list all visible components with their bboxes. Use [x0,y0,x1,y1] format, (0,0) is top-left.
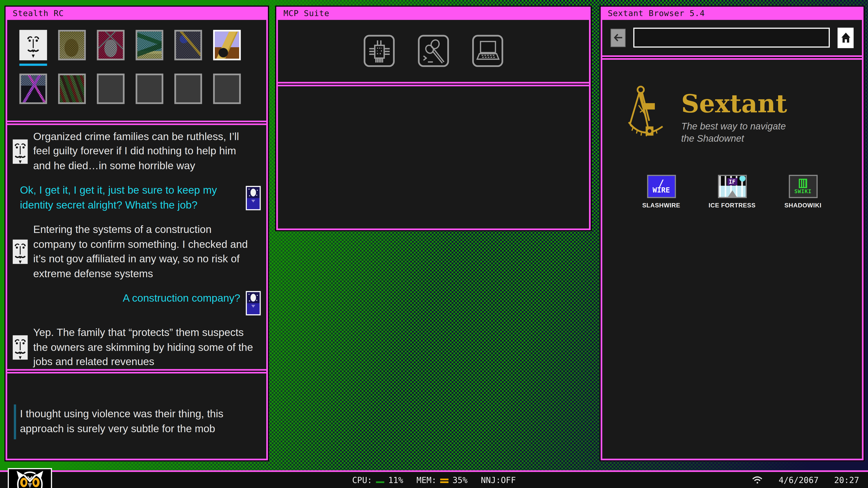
avatar-thumb-palms[interactable] [135,30,163,60]
mcp-titlebar[interactable]: MCP Suite [276,6,591,20]
avatar-thumb-empty[interactable] [174,74,202,104]
message-text: A construction company? [123,291,240,316]
ice-fortress-banner: IF [727,178,737,186]
avatar-thumb-empty[interactable] [213,74,241,104]
bookmarks-row: / WIRE SLASHWIRE IF ICE FORTRESS SWIKI [638,175,826,208]
bookmark-ice-fortress[interactable]: IF ICE FORTRESS [709,175,755,208]
back-button[interactable] [611,29,625,47]
message-text: Entering the systems of a construction c… [33,223,254,282]
mask-avatar-icon [23,32,43,58]
cpu-usage-bar [376,482,384,483]
sextant-logo-block: Sextant The best way to navigate the Sha… [627,84,837,145]
mem-value: 35% [453,475,467,485]
contact-mask-avatar [13,240,28,264]
laptop-tool-button[interactable] [472,35,503,67]
back-arrow-icon [613,31,624,44]
home-button[interactable] [837,27,854,48]
nnj-status: NNJ:OFF [481,475,516,485]
desktop: Stealth RC [0,0,868,488]
clock-date: 4/6/2067 [779,475,819,485]
user-avatar [246,186,260,210]
browser-title: Sextant Browser 5.4 [608,9,705,18]
chat-history: Organized crime families can be ruthless… [7,125,266,369]
selected-avatar-underline [20,64,47,66]
mem-label: MEM: [416,475,436,485]
url-field[interactable] [633,28,830,47]
message-text: Ok, I get it, I get it, just be sure to … [20,184,240,213]
chip-tool-button[interactable] [364,35,395,67]
bookmark-label: SLASHWIRE [642,202,680,208]
stealth-title: Stealth RC [13,9,64,18]
section-divider [602,57,862,58]
avatar-thumb-empty[interactable] [135,74,163,104]
bookmark-shadowiki[interactable]: SWIKI SHADOWIKI [780,175,826,208]
bookmark-label: ICE FORTRESS [709,202,756,208]
section-divider [7,122,266,123]
avatar-thumb-camo[interactable] [58,74,86,104]
avatar-gallery [7,20,266,121]
avatar-thumb-empty[interactable] [97,74,125,104]
user-avatar [246,291,260,316]
avatar-thumb-quill[interactable] [213,30,241,60]
contact-mask-avatar [13,335,28,360]
wifi-icon [751,475,763,485]
browser-tagline: The best way to navigate the Shadownet [681,121,801,145]
ice-fortress-icon: IF [718,175,746,198]
slashwire-wordmark: WIRE [653,187,670,194]
chat-message-incoming: Entering the systems of a construction c… [13,223,260,282]
browser-page: Sextant The best way to navigate the Sha… [602,60,862,459]
window-sextant-browser: Sextant Browser 5.4 [599,5,865,461]
mem-usage-bars [440,478,449,483]
mcp-toolbar [278,20,589,82]
chat-message-incoming: Organized crime families can be ruthless… [13,129,260,173]
message-text: Organized crime families can be ruthless… [33,129,254,173]
taskbar-tray: 4/6/2067 20:27 [751,472,859,488]
green-book-glyph [799,179,807,188]
chat-input-text[interactable]: I thought using violence was their thing… [14,404,257,439]
bookmark-slashwire[interactable]: / WIRE SLASHWIRE [638,175,684,208]
laptop-icon [475,39,500,63]
cpu-value: 11% [388,475,403,485]
shadowiki-icon: SWIKI [789,175,817,198]
clock-time: 20:27 [834,475,859,485]
shadowiki-wordmark: SWIKI [794,189,811,194]
mcp-title: MCP Suite [283,9,329,18]
bookmark-label: SHADOWIKI [784,202,822,208]
gavel-icon [421,38,446,64]
window-mcp-suite: MCP Suite [275,5,592,231]
slashwire-icon: / WIRE [647,175,676,198]
section-divider [7,371,266,372]
chat-message-incoming: Yep. The family that “protects” them sus… [13,326,260,369]
contact-mask-avatar [13,139,28,164]
avatar-thumb-olive[interactable] [58,30,86,60]
chat-message-outgoing: A construction company? [13,291,260,316]
message-text: Yep. The family that “protects” them sus… [33,326,254,369]
mcp-workspace [278,86,589,228]
chip-icon [367,38,392,64]
chat-message-outgoing: Ok, I get it, I get it, just be sure to … [13,184,260,213]
browser-toolbar [602,20,862,55]
avatar-thumb-mask[interactable] [20,30,47,60]
owl-start-button[interactable] [8,468,52,488]
section-divider [278,84,589,85]
owl-icon [12,470,48,488]
avatar-thumb-gem[interactable] [174,30,202,60]
avatar-thumb-city[interactable] [20,74,47,104]
stealth-titlebar[interactable]: Stealth RC [5,6,268,20]
browser-titlebar[interactable]: Sextant Browser 5.4 [600,6,864,20]
chat-input-area[interactable]: I thought using violence was their thing… [7,373,266,459]
home-icon [840,32,851,44]
avatar-thumb-cat[interactable] [97,30,125,60]
window-stealth-rc: Stealth RC [4,5,269,461]
sextant-instrument-icon [627,84,672,140]
sextant-logo-text: Sextant [681,91,801,118]
taskbar: CPU: 11% MEM: 35% NNJ:OFF 4/6/2067 20:27 [0,470,868,488]
cpu-label: CPU: [352,475,372,485]
gavel-tool-button[interactable] [418,35,449,67]
system-stats: CPU: 11% MEM: 35% NNJ:OFF [352,472,516,488]
